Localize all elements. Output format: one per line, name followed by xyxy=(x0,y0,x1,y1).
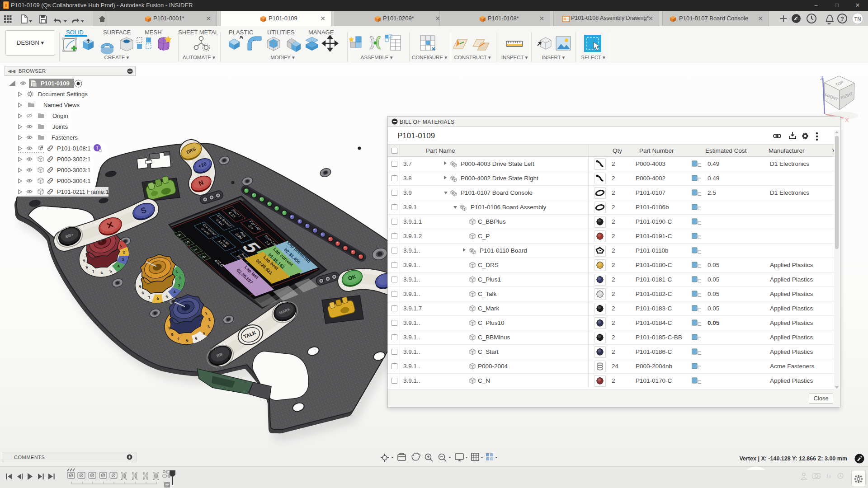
svg-text:T: T xyxy=(96,145,99,150)
svg-text:X: X xyxy=(845,117,849,123)
svg-text:P101-0211 Frame:1: P101-0211 Frame:1 xyxy=(57,188,109,195)
svg-text:ASSEMBLE ▾: ASSEMBLE ▾ xyxy=(361,55,393,60)
svg-text:Fasteners: Fasteners xyxy=(52,134,78,141)
svg-text:AUTOMATE ▾: AUTOMATE ▾ xyxy=(183,55,215,60)
svg-text:Named Views: Named Views xyxy=(43,102,80,108)
svg-text:Origin: Origin xyxy=(52,113,68,119)
svg-text:CREATE ▾: CREATE ▾ xyxy=(104,55,129,60)
svg-text:?: ? xyxy=(840,15,844,22)
svg-text:Z: Z xyxy=(820,75,824,81)
svg-text:CONFIGURE ▾: CONFIGURE ▾ xyxy=(412,55,447,60)
svg-text:INSPECT ▾: INSPECT ▾ xyxy=(501,55,528,60)
svg-text:SELECT ▾: SELECT ▾ xyxy=(581,55,605,60)
svg-text:P101-0109: P101-0109 xyxy=(41,80,70,87)
svg-text:MODIFY ▾: MODIFY ▾ xyxy=(270,55,295,60)
svg-text:Joints: Joints xyxy=(52,123,68,130)
svg-text:TN: TN xyxy=(854,16,861,22)
svg-text:CONSTRUCT ▾: CONSTRUCT ▾ xyxy=(454,55,491,60)
svg-text:P000-3002:1: P000-3002:1 xyxy=(57,156,90,163)
svg-text:Document Settings: Document Settings xyxy=(38,91,88,98)
svg-text:INSERT ▾: INSERT ▾ xyxy=(542,55,565,60)
svg-text:P000-3003:1: P000-3003:1 xyxy=(57,167,90,174)
svg-text:1x: 1x xyxy=(826,474,831,479)
svg-text:P101-0108:1: P101-0108:1 xyxy=(57,145,90,152)
svg-text:P000-3004:1: P000-3004:1 xyxy=(57,178,90,184)
